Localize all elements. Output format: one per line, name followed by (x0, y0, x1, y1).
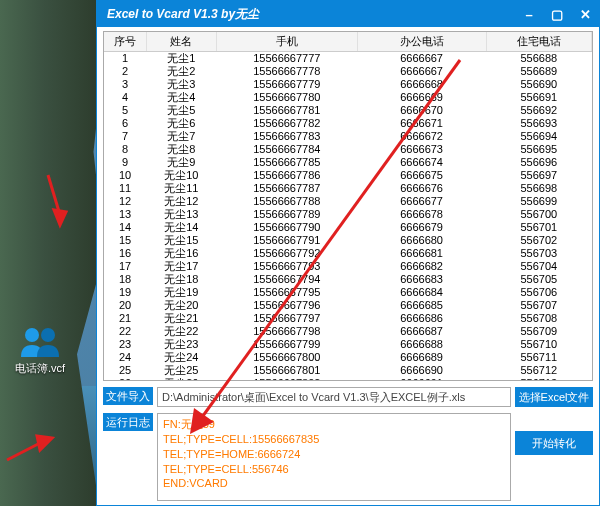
cell: 6666668 (357, 78, 486, 91)
table-row[interactable]: 21无尘21155666677976666686556708 (104, 312, 592, 325)
cell: 15566667798 (217, 325, 358, 338)
cell: 无尘2 (146, 65, 216, 78)
cell: 15566667780 (217, 91, 358, 104)
minimize-button[interactable]: – (515, 1, 543, 27)
cell: 6666677 (357, 195, 486, 208)
table-row[interactable]: 10无尘10155666677866666675556697 (104, 169, 592, 182)
cell: 无尘10 (146, 169, 216, 182)
table-row[interactable]: 4无尘4155666677806666669556691 (104, 91, 592, 104)
log-label: 运行日志 (103, 413, 153, 431)
cell: 556700 (486, 208, 591, 221)
window-title: Excel to Vcard V1.3 by无尘 (107, 6, 259, 23)
annotation-arrow-right (2, 430, 62, 470)
table-row[interactable]: 3无尘3155666677796666668556690 (104, 78, 592, 91)
cell: 15566667790 (217, 221, 358, 234)
table-row[interactable]: 20无尘20155666677966666685556707 (104, 299, 592, 312)
cell: 15 (104, 234, 146, 247)
choose-excel-button[interactable]: 选择Excel文件 (515, 387, 593, 407)
cell: 19 (104, 286, 146, 299)
cell: 556707 (486, 299, 591, 312)
svg-marker-3 (37, 436, 52, 450)
table-row[interactable]: 17无尘17155666677936666682556704 (104, 260, 592, 273)
table-row[interactable]: 1无尘1155666677776666667556688 (104, 52, 592, 66)
log-textarea[interactable]: FN:无尘59TEL;TYPE=CELL:15566667835TEL;TYPE… (157, 413, 511, 501)
cell: 6666679 (357, 221, 486, 234)
cell: 556712 (486, 364, 591, 377)
cell: 无尘15 (146, 234, 216, 247)
cell: 13 (104, 208, 146, 221)
cell: 3 (104, 78, 146, 91)
cell: 556692 (486, 104, 591, 117)
cell: 6666686 (357, 312, 486, 325)
start-convert-button[interactable]: 开始转化 (515, 431, 593, 455)
cell: 无尘8 (146, 143, 216, 156)
cell: 6666681 (357, 247, 486, 260)
cell: 无尘7 (146, 130, 216, 143)
table-row[interactable]: 11无尘11155666677876666676556698 (104, 182, 592, 195)
cell: 556702 (486, 234, 591, 247)
cell: 6666684 (357, 286, 486, 299)
table-row[interactable]: 13无尘13155666677896666678556700 (104, 208, 592, 221)
cell: 15566667789 (217, 208, 358, 221)
table-row[interactable]: 8无尘8155666677846666673556695 (104, 143, 592, 156)
cell: 15566667779 (217, 78, 358, 91)
app-window: Excel to Vcard V1.3 by无尘 – ▢ ✕ 序号 姓名 手机 … (96, 0, 600, 506)
table-row[interactable]: 26无尘26155666678026666691556713 (104, 377, 592, 381)
table-row[interactable]: 9无尘9155666677856666674556696 (104, 156, 592, 169)
col-name[interactable]: 姓名 (146, 32, 216, 52)
cell: 6666678 (357, 208, 486, 221)
cell: 15566667796 (217, 299, 358, 312)
cell: 556704 (486, 260, 591, 273)
cell: 15566667786 (217, 169, 358, 182)
table-row[interactable]: 15无尘15155666677916666680556702 (104, 234, 592, 247)
col-workphone[interactable]: 办公电话 (357, 32, 486, 52)
cell: 6666672 (357, 130, 486, 143)
cell: 21 (104, 312, 146, 325)
cell: 15566667801 (217, 364, 358, 377)
cell: 556698 (486, 182, 591, 195)
cell: 556708 (486, 312, 591, 325)
titlebar[interactable]: Excel to Vcard V1.3 by无尘 – ▢ ✕ (97, 1, 599, 27)
col-homephone[interactable]: 住宅电话 (486, 32, 591, 52)
cell: 556706 (486, 286, 591, 299)
cell: 无尘19 (146, 286, 216, 299)
cell: 15566667797 (217, 312, 358, 325)
import-path-field[interactable]: D:\Administrator\桌面\Excel to Vcard V1.3\… (157, 387, 511, 407)
cell: 556696 (486, 156, 591, 169)
table-row[interactable]: 19无尘19155666677956666684556706 (104, 286, 592, 299)
cell: 12 (104, 195, 146, 208)
desktop-file-icon[interactable]: 电话簿.vcf (10, 325, 70, 376)
cell: 556703 (486, 247, 591, 260)
cell: 无尘26 (146, 377, 216, 381)
close-button[interactable]: ✕ (571, 1, 599, 27)
table-row[interactable]: 7无尘7155666677836666672556694 (104, 130, 592, 143)
col-cellphone[interactable]: 手机 (217, 32, 358, 52)
cell: 22 (104, 325, 146, 338)
data-grid[interactable]: 序号 姓名 手机 办公电话 住宅电话 1无尘115566667777666666… (103, 31, 593, 381)
col-index[interactable]: 序号 (104, 32, 146, 52)
table-row[interactable]: 23无尘23155666677996666688556710 (104, 338, 592, 351)
cell: 9 (104, 156, 146, 169)
table-row[interactable]: 14无尘14155666677906666679556701 (104, 221, 592, 234)
cell: 6666669 (357, 91, 486, 104)
table-row[interactable]: 6无尘6155666677826666671556693 (104, 117, 592, 130)
table-row[interactable]: 24无尘24155666678006666689556711 (104, 351, 592, 364)
cell: 6666674 (357, 156, 486, 169)
table-row[interactable]: 18无尘18155666677946666683556705 (104, 273, 592, 286)
table-row[interactable]: 12无尘12155666677886666677556699 (104, 195, 592, 208)
cell: 无尘17 (146, 260, 216, 273)
table-row[interactable]: 22无尘22155666677986666687556709 (104, 325, 592, 338)
table-row[interactable]: 16无尘16155666677926666681556703 (104, 247, 592, 260)
cell: 556689 (486, 65, 591, 78)
table-row[interactable]: 2无尘2155666677786666667556689 (104, 65, 592, 78)
cell: 556710 (486, 338, 591, 351)
cell: 8 (104, 143, 146, 156)
cell: 15566667791 (217, 234, 358, 247)
cell: 5 (104, 104, 146, 117)
cell: 无尘21 (146, 312, 216, 325)
cell: 15566667799 (217, 338, 358, 351)
table-row[interactable]: 25无尘25155666678016666690556712 (104, 364, 592, 377)
maximize-button[interactable]: ▢ (543, 1, 571, 27)
cell: 6666673 (357, 143, 486, 156)
table-row[interactable]: 5无尘5155666677816666670556692 (104, 104, 592, 117)
